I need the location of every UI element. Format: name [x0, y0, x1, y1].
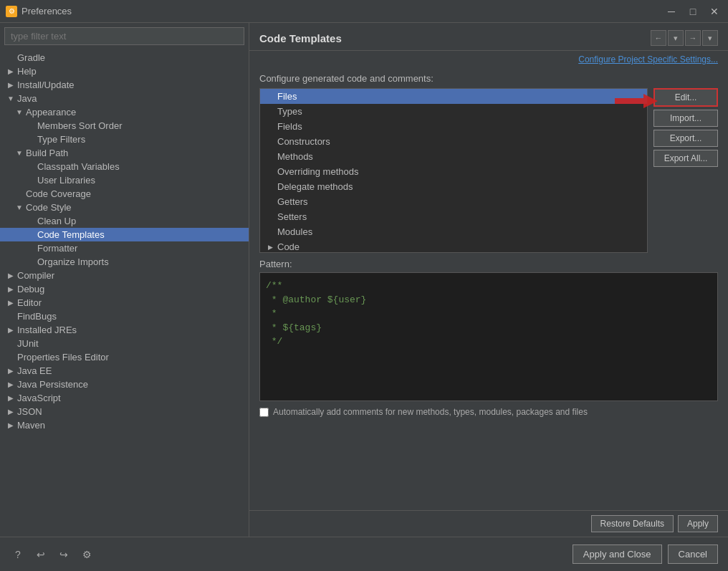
nav-arrows: ← ▾ → ▾	[651, 30, 718, 46]
sidebar-item-label: Java EE	[17, 365, 52, 376]
nav-forward-button[interactable]: →	[685, 30, 701, 46]
sidebar-item-clean-up[interactable]: Clean Up	[0, 214, 249, 228]
list-item-getters[interactable]: Getters	[260, 194, 647, 209]
configure-project-link[interactable]: Configure Project Specific Settings...	[578, 54, 718, 64]
expand-tri-icon	[266, 107, 274, 116]
export-all-button[interactable]: Export All...	[653, 150, 718, 167]
expand-icon	[26, 230, 36, 240]
nav-back-dropdown[interactable]: ▾	[668, 30, 684, 46]
list-item-label: Overriding methods	[277, 166, 358, 177]
sidebar-item-gradle[interactable]: Gradle	[0, 51, 249, 64]
expand-icon	[26, 176, 36, 186]
sidebar-item-organize-imports[interactable]: Organize Imports	[0, 255, 249, 269]
settings-icon[interactable]: ⚙	[79, 547, 95, 562]
sidebar-item-label: JUnit	[17, 338, 39, 349]
expand-icon	[26, 244, 36, 254]
list-item-label: Code	[277, 241, 300, 252]
pattern-editor[interactable]: /** * @author ${user} * * ${tags} */	[259, 272, 718, 401]
sidebar-item-code-templates[interactable]: Code Templates	[0, 228, 249, 241]
section-label: Configure generated code and comments:	[259, 73, 718, 84]
restore-defaults-button[interactable]: Restore Defaults	[591, 515, 674, 532]
minimize-button[interactable]: ─	[664, 4, 679, 19]
panel-content: Configure generated code and comments: F…	[249, 67, 728, 510]
sidebar-item-label: Code Coverage	[26, 188, 91, 199]
apply-close-button[interactable]: Apply and Close	[573, 544, 662, 564]
edit-button[interactable]: Edit...	[653, 88, 718, 107]
sidebar-item-help[interactable]: ▶ Help	[0, 64, 249, 78]
sidebar-item-formatter[interactable]: Formatter	[0, 241, 249, 255]
sidebar-item-editor[interactable]: ▶ Editor	[0, 296, 249, 310]
sidebar-item-javascript[interactable]: ▶ JavaScript	[0, 391, 249, 405]
expand-icon	[26, 216, 36, 226]
sidebar-item-installed-jres[interactable]: ▶ Installed JREs	[0, 323, 249, 337]
nav-forward-dropdown[interactable]: ▾	[702, 30, 718, 46]
list-item-setters[interactable]: Setters	[260, 209, 647, 224]
configure-link-area: Configure Project Specific Settings...	[249, 51, 728, 67]
sidebar-item-java[interactable]: ▼ Java	[0, 92, 249, 105]
export-button[interactable]: Export...	[653, 130, 718, 147]
list-item-constructors[interactable]: Constructors	[260, 134, 647, 149]
list-item-label: Constructors	[277, 136, 330, 147]
list-item-label: Types	[277, 106, 302, 117]
sidebar-item-debug[interactable]: ▶ Debug	[0, 282, 249, 296]
sidebar-item-code-coverage[interactable]: Code Coverage	[0, 187, 249, 201]
sidebar-item-properties-files-editor[interactable]: Properties Files Editor	[0, 350, 249, 364]
list-item-label: Getters	[277, 196, 308, 207]
sidebar-item-label: Debug	[17, 284, 44, 294]
pattern-line-3: *	[266, 307, 712, 321]
sidebar-item-code-style[interactable]: ▼ Code Style	[0, 201, 249, 214]
maximize-button[interactable]: □	[685, 4, 701, 19]
sidebar-item-classpath-variables[interactable]: Classpath Variables	[0, 160, 249, 173]
bottom-right-buttons: Apply and Close Cancel	[573, 544, 718, 564]
list-item-delegate-methods[interactable]: Delegate methods	[260, 179, 647, 194]
expand-tri-icon	[266, 183, 274, 191]
import-button[interactable]: Import...	[653, 110, 718, 127]
expand-icon: ▶	[6, 393, 16, 403]
bottom-bar: ? ↩ ↪ ⚙ Apply and Close Cancel	[0, 537, 728, 571]
expand-icon	[26, 257, 36, 267]
sidebar-item-install-update[interactable]: ▶ Install/Update	[0, 78, 249, 92]
cancel-button[interactable]: Cancel	[668, 544, 718, 564]
expand-icon: ▼	[6, 94, 16, 104]
list-item-methods[interactable]: Methods	[260, 149, 647, 164]
sidebar-item-java-persistence[interactable]: ▶ Java Persistence	[0, 378, 249, 391]
redo-icon[interactable]: ↪	[56, 547, 72, 562]
sidebar-item-maven[interactable]: ▶ Maven	[0, 418, 249, 432]
sidebar-item-members-sort-order[interactable]: Members Sort Order	[0, 119, 249, 133]
expand-tri-icon	[266, 228, 274, 236]
close-button[interactable]: ✕	[707, 4, 722, 19]
expand-tri-icon	[266, 123, 274, 131]
list-item-overriding-methods[interactable]: Overriding methods	[260, 164, 647, 179]
sidebar-item-java-ee[interactable]: ▶ Java EE	[0, 364, 249, 378]
code-templates-list: Files Types Fields Constructors	[259, 88, 648, 253]
pattern-line-5: */	[266, 335, 712, 349]
sidebar-item-junit[interactable]: JUnit	[0, 337, 249, 350]
sidebar-item-user-libraries[interactable]: User Libraries	[0, 173, 249, 187]
search-input[interactable]	[4, 27, 244, 45]
list-item-fields[interactable]: Fields	[260, 119, 647, 134]
sidebar-item-compiler[interactable]: ▶ Compiler	[0, 269, 249, 282]
nav-back-button[interactable]: ←	[651, 30, 666, 46]
sidebar-item-json[interactable]: ▶ JSON	[0, 405, 249, 418]
sidebar-item-label: Code Templates	[37, 229, 105, 240]
expand-icon	[6, 339, 16, 349]
pattern-line-2: * @author ${user}	[266, 293, 712, 307]
expand-icon: ▶	[6, 366, 16, 376]
list-item-files[interactable]: Files	[260, 89, 647, 104]
sidebar-item-label: Build Path	[26, 148, 68, 158]
expand-tri-icon	[266, 213, 274, 221]
sidebar-item-findbugs[interactable]: FindBugs	[0, 310, 249, 323]
sidebar-item-type-filters[interactable]: Type Filters	[0, 133, 249, 146]
apply-button[interactable]: Apply	[678, 515, 718, 532]
undo-icon[interactable]: ↩	[33, 547, 49, 562]
auto-comments-checkbox[interactable]	[259, 408, 269, 417]
help-icon[interactable]: ?	[10, 547, 26, 562]
list-item-code[interactable]: ▶ Code	[260, 239, 647, 253]
pattern-line-4: * ${tags}	[266, 321, 712, 335]
window-title: Preferences	[21, 6, 664, 16]
titlebar: ⚙ Preferences ─ □ ✕	[0, 0, 728, 23]
list-item-types[interactable]: Types	[260, 104, 647, 119]
sidebar-item-appearance[interactable]: ▼ Appearance	[0, 105, 249, 119]
list-item-modules[interactable]: Modules	[260, 224, 647, 239]
sidebar-item-build-path[interactable]: ▼ Build Path	[0, 146, 249, 160]
